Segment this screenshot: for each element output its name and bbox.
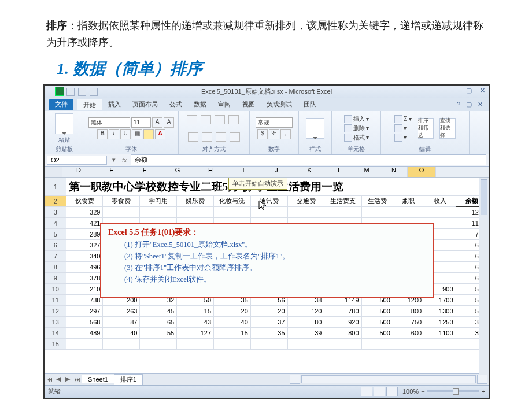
col-header-O[interactable]: O (408, 167, 436, 177)
format-cells-button[interactable]: 格式 ▾ (344, 134, 369, 142)
styles-button[interactable] (306, 118, 324, 139)
col-header-G[interactable]: G (161, 167, 194, 177)
col-header-L[interactable]: L (326, 167, 353, 177)
group-clipboard: 粘贴 剪贴板 (45, 111, 84, 154)
number-format-combo[interactable]: 常规 (256, 117, 293, 128)
tooltip[interactable]: 单击开始自动演示 (228, 178, 287, 190)
col-header-N[interactable]: N (380, 167, 408, 177)
align-middle-icon[interactable] (201, 115, 211, 124)
minimize-button[interactable]: — (452, 87, 458, 94)
find-select-button[interactable]: 查找和选择 (439, 118, 456, 139)
col-header-J[interactable]: J (260, 167, 293, 177)
fx-icon[interactable]: fx (122, 157, 127, 164)
sheet-nav-next[interactable]: ▶ (63, 375, 72, 383)
view-normal-icon[interactable] (361, 387, 372, 396)
quick-access-toolbar[interactable] (66, 88, 98, 96)
italic-button[interactable]: I (109, 129, 119, 139)
sheet-tab-sort1[interactable]: 排序1 (114, 374, 143, 385)
col-header-H[interactable]: H (194, 167, 227, 177)
task-overlay: Excel 5.5 任务1(01)要求： (1) 打开"Excel5_50101… (100, 223, 434, 298)
align-center-icon[interactable] (202, 132, 212, 142)
group-number: 常规 $ % , 数字 (250, 111, 299, 154)
task-line: (4) 保存并关闭Excel软件。 (124, 275, 426, 285)
wrap-text-icon[interactable] (228, 115, 239, 124)
view-layout-icon[interactable] (374, 387, 385, 396)
tab-review[interactable]: 审阅 (212, 99, 237, 110)
bold-button[interactable]: B (97, 129, 108, 139)
col-header-E[interactable]: E (95, 167, 128, 177)
tab-layout[interactable]: 页面布局 (127, 99, 164, 110)
view-pagebreak-icon[interactable] (386, 387, 398, 396)
formula-input[interactable]: 余额 (131, 154, 486, 165)
zoom-slider[interactable] (427, 390, 479, 392)
doc-max-button[interactable]: ▢ (466, 101, 472, 108)
col-header-I[interactable]: I (227, 167, 260, 177)
help-button[interactable]: ? (457, 101, 460, 108)
group-alignment: 对齐方式 (179, 111, 250, 154)
vertical-scrollbar[interactable] (479, 178, 489, 375)
tab-file[interactable]: 文件 (49, 99, 73, 110)
excel-window: Excel5_50101_原始文档.xlsx - Microsoft Excel… (43, 84, 490, 399)
col-header-M[interactable]: M (353, 167, 380, 177)
fill-color-button[interactable] (143, 129, 154, 139)
group-font: 黑体 11 A A B I U ▦ A 字体 (84, 111, 179, 154)
tab-load[interactable]: 负载测试 (261, 99, 298, 110)
comma-icon[interactable]: , (280, 129, 291, 139)
sheet-nav-first[interactable]: ⏮ (45, 376, 54, 383)
name-box[interactable]: O2 (47, 156, 107, 165)
sheet-nav-last[interactable]: ⏭ (72, 376, 82, 383)
percent-icon[interactable]: % (269, 129, 279, 139)
tab-team[interactable]: 团队 (298, 99, 322, 110)
task-title: Excel 5.5 任务1(01)要求： (108, 227, 426, 238)
tab-insert[interactable]: 插入 (102, 99, 127, 110)
zoom-label: 100% (402, 388, 419, 395)
col-header-K[interactable]: K (293, 167, 326, 177)
insert-cells-button[interactable]: 插入 ▾ (344, 115, 369, 123)
intro-term: 排序 (46, 20, 67, 31)
doc-close-button[interactable]: ✕ (478, 101, 483, 108)
ribbon-tabs[interactable]: 文件 开始 插入 页面布局 公式 数据 审阅 视图 负载测试 团队 — ? ▢ … (45, 98, 489, 111)
close-button[interactable]: ✕ (480, 87, 485, 94)
decrease-font-icon[interactable]: A (164, 117, 174, 128)
column-headers[interactable]: DEFGHIJKLMNO (45, 167, 489, 178)
fill-button[interactable]: ▾ (394, 124, 412, 132)
hscroll-right[interactable] (477, 375, 487, 384)
sheet-nav-prev[interactable]: ◀ (54, 375, 63, 383)
sort-filter-button[interactable]: AZ 排序和筛选 (418, 118, 434, 139)
font-size-combo[interactable]: 11 (131, 117, 151, 128)
cursor-icon (258, 200, 268, 212)
paste-button[interactable] (55, 113, 73, 134)
currency-icon[interactable]: $ (257, 129, 268, 139)
maximize-button[interactable]: ▢ (466, 87, 472, 94)
merge-icon[interactable] (230, 132, 240, 142)
delete-cells-button[interactable]: 删除 ▾ (344, 124, 369, 132)
tab-view[interactable]: 视图 (237, 99, 261, 110)
clear-button[interactable]: ▾ (394, 134, 412, 142)
tab-data[interactable]: 数据 (188, 99, 212, 110)
formula-bar: O2 ▾ fx 余额 (45, 154, 489, 167)
hscroll-left[interactable] (290, 375, 300, 384)
sheet-tab-sheet1[interactable]: Sheet1 (82, 375, 114, 383)
status-bar: 就绪 100% − + (45, 385, 489, 397)
col-header-D[interactable]: D (62, 167, 95, 177)
border-button[interactable]: ▦ (132, 129, 142, 139)
underline-button[interactable]: U (120, 129, 131, 139)
namebox-dropdown[interactable]: ▾ (109, 156, 119, 164)
font-color-button[interactable]: A (155, 129, 165, 139)
tab-home[interactable]: 开始 (77, 99, 102, 110)
col-header-F[interactable]: F (128, 167, 161, 177)
zoom-out-button[interactable]: − (421, 388, 424, 395)
ribbon-min-button[interactable]: — (445, 101, 451, 108)
sheet-tab-bar[interactable]: ⏮ ◀ ▶ ⏭ Sheet1 排序1 (45, 373, 489, 385)
align-right-icon[interactable] (216, 132, 226, 142)
task-line: (2) 将"Sheet1"复制一工作表，工作表名为"排序1"。 (124, 252, 426, 261)
hscroll-track[interactable] (301, 375, 476, 383)
increase-font-icon[interactable]: A (152, 117, 162, 128)
font-name-combo[interactable]: 黑体 (88, 117, 130, 128)
align-top-icon[interactable] (187, 115, 197, 124)
tab-formula[interactable]: 公式 (164, 99, 188, 110)
zoom-in-button[interactable]: + (482, 388, 485, 395)
align-left-icon[interactable] (188, 132, 198, 142)
autosum-button[interactable]: Σ ▾ (394, 115, 412, 123)
align-bottom-icon[interactable] (215, 115, 225, 124)
